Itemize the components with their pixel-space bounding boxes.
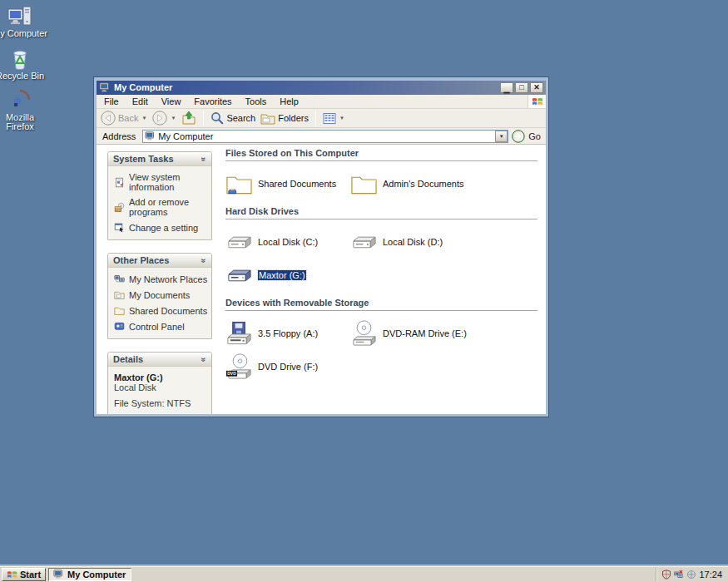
taskbar-task-my-computer[interactable]: My Computer	[48, 568, 131, 581]
forward-dropdown-icon[interactable]: ▼	[171, 116, 176, 121]
folders-label: Folders	[278, 113, 309, 123]
task-change-a-setting[interactable]: Change a setting	[114, 222, 208, 233]
window-titlebar[interactable]: My Computer ▁ □ ✕	[97, 80, 546, 95]
item-dvd-ram-e[interactable]: DVD-RAM Drive (E:)	[350, 318, 537, 348]
panel-title: Other Places	[113, 255, 169, 265]
address-label: Address	[99, 131, 139, 141]
desktop-icon-firefox[interactable]: Mozilla Firefox	[0, 88, 48, 131]
toolbar: Back ▼ ▼ Search Folders ▼	[97, 109, 546, 128]
link-my-network-places[interactable]: My Network Places	[114, 274, 208, 284]
search-icon	[210, 111, 224, 125]
desktop-icon-my-computer[interactable]: My Computer	[0, 4, 48, 38]
menu-help[interactable]: Help	[273, 95, 305, 108]
views-dropdown-icon[interactable]: ▼	[339, 116, 344, 121]
maximize-button[interactable]: □	[515, 82, 528, 93]
desktop-icon-recycle-bin[interactable]: Recycle Bin	[0, 47, 48, 81]
panel-title: System Tasks	[113, 154, 174, 164]
chevron-up-icon[interactable]: »	[200, 258, 209, 263]
hard-drive-icon	[225, 265, 253, 285]
system-tray: 17:24	[656, 568, 726, 581]
windows-logo-icon	[7, 570, 17, 580]
folder-icon	[350, 170, 378, 197]
item-local-disk-c[interactable]: Local Disk (C:)	[225, 227, 350, 257]
task-label: Change a setting	[129, 223, 198, 233]
views-icon	[323, 112, 336, 125]
task-label: My Computer	[67, 570, 126, 580]
task-add-remove-programs[interactable]: Add or remove programs	[114, 197, 208, 217]
item-shared-documents[interactable]: Shared Documents	[225, 169, 350, 199]
folders-button[interactable]: Folders	[259, 111, 310, 126]
back-label: Back	[118, 113, 138, 123]
link-label: Shared Documents	[129, 306, 207, 316]
up-folder-icon	[181, 111, 196, 126]
section-title: Devices with Removable Storage	[225, 298, 537, 311]
go-label: Go	[528, 131, 543, 141]
menu-file[interactable]: File	[97, 95, 126, 108]
minimize-button[interactable]: ▁	[500, 82, 513, 93]
item-floppy-a[interactable]: 3.5 Floppy (A:)	[225, 318, 350, 348]
system-tasks-header[interactable]: System Tasks »	[108, 152, 211, 166]
back-icon	[101, 111, 116, 126]
section-hard-disk-drives: Hard Disk Drives Local Disk (C:) Local D…	[225, 206, 537, 290]
item-dvd-f[interactable]: DVD Drive (F:)	[225, 352, 350, 382]
folders-icon	[260, 111, 275, 125]
back-dropdown-icon[interactable]: ▼	[141, 116, 146, 121]
details-free-space: Free Space: 57,2 GB	[114, 412, 208, 414]
menu-favorites[interactable]: Favorites	[187, 95, 238, 108]
security-shield-icon[interactable]	[661, 570, 671, 580]
search-button[interactable]: Search	[209, 111, 257, 126]
menu-edit[interactable]: Edit	[126, 95, 155, 108]
task-view-system-information[interactable]: View system information	[114, 172, 208, 192]
item-maxtor-g-selected[interactable]: Maxtor (G:)	[225, 260, 350, 290]
chevron-up-icon[interactable]: »	[200, 156, 209, 161]
section-files-stored: Files Stored on This Computer Shared Doc…	[225, 148, 537, 199]
other-places-header[interactable]: Other Places »	[108, 254, 211, 268]
panel-title: Details	[113, 354, 143, 364]
start-label: Start	[20, 570, 41, 580]
link-shared-documents[interactable]: Shared Documents	[114, 305, 208, 316]
link-control-panel[interactable]: Control Panel	[114, 321, 208, 332]
forward-button[interactable]: ▼	[151, 110, 178, 126]
window-content: System Tasks » View system information A…	[97, 145, 546, 414]
task-label: Add or remove programs	[129, 197, 208, 217]
item-admins-documents[interactable]: Admin's Documents	[350, 169, 537, 199]
add-remove-programs-icon	[114, 202, 125, 213]
start-button[interactable]: Start	[2, 568, 46, 581]
windows-logo-icon	[527, 95, 546, 108]
views-button[interactable]: ▼	[321, 111, 347, 126]
network-places-icon	[114, 274, 125, 284]
go-button[interactable]	[512, 130, 525, 143]
close-button[interactable]: ✕	[530, 82, 543, 93]
window-controls: ▁ □ ✕	[500, 82, 543, 93]
details-panel: Details » Maxtor (G:) Local Disk File Sy…	[107, 352, 212, 414]
desktop-icon-label: Mozilla Firefox	[0, 113, 48, 131]
link-my-documents[interactable]: My Documents	[114, 289, 208, 300]
taskbar: Start My Computer 17:24	[0, 566, 728, 582]
status-icon[interactable]	[686, 570, 696, 580]
shared-documents-icon	[114, 305, 125, 316]
item-label: Local Disk (C:)	[258, 237, 318, 247]
search-label: Search	[226, 113, 255, 123]
up-button[interactable]	[180, 110, 198, 126]
chevron-up-icon[interactable]: »	[200, 357, 209, 362]
details-header[interactable]: Details »	[108, 353, 211, 367]
desktop-icon-label: Recycle Bin	[0, 72, 48, 81]
link-label: Control Panel	[129, 322, 185, 332]
minimize-icon: ▁	[504, 86, 510, 93]
task-label: View system information	[129, 172, 208, 192]
menu-tools[interactable]: Tools	[239, 95, 274, 108]
item-label-selected: Maxtor (G:)	[258, 270, 306, 280]
my-computer-icon	[145, 131, 156, 141]
toolbar-separator	[203, 111, 204, 126]
maximize-icon: □	[519, 84, 523, 91]
menu-view[interactable]: View	[155, 95, 188, 108]
address-dropdown-button[interactable]: ▼	[495, 131, 508, 142]
item-local-disk-d[interactable]: Local Disk (D:)	[350, 227, 537, 257]
back-button[interactable]: Back ▼	[99, 110, 149, 126]
recycle-bin-icon	[7, 47, 32, 70]
network-disconnected-icon[interactable]	[674, 570, 684, 580]
address-value: My Computer	[158, 131, 213, 141]
address-input[interactable]: My Computer ▼	[142, 130, 508, 143]
folder-view: Files Stored on This Computer Shared Doc…	[223, 145, 546, 414]
firefox-icon	[7, 88, 32, 111]
